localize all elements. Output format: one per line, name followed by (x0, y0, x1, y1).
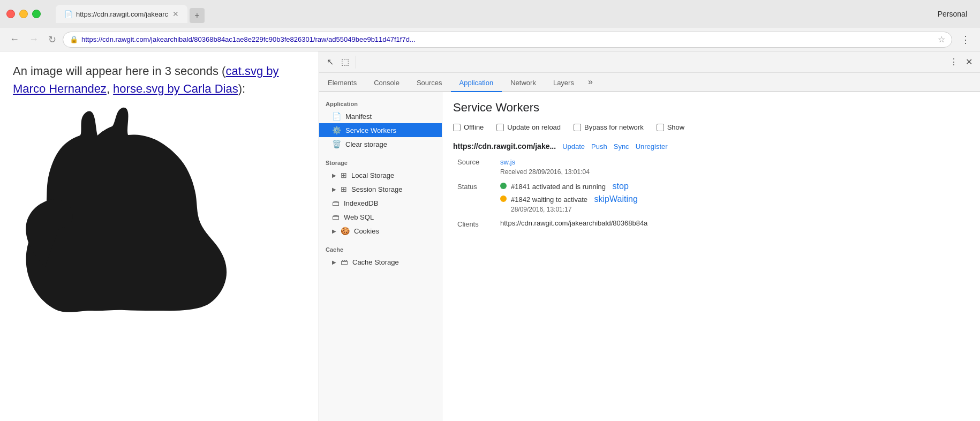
intro-span: An image will appear here in 3 seconds ( (13, 64, 225, 78)
toolbar-separator (356, 56, 356, 69)
sw-url-text: https://cdn.rawgit.com/jake... (453, 142, 556, 151)
new-tab-button[interactable]: + (190, 8, 205, 23)
manifest-icon: 📄 (332, 112, 341, 121)
secure-icon: 🔒 (70, 35, 78, 43)
service-workers-icon: ⚙️ (332, 126, 341, 134)
sidebar-item-web-sql[interactable]: 🗃 Web SQL (319, 210, 442, 224)
sw-update-link[interactable]: Update (562, 142, 585, 151)
status-label: Status (457, 182, 500, 191)
status-item-text-2: #1842 waiting to activate skipWaiting 28… (511, 194, 638, 214)
status-timestamp-1842: 28/09/2016, 13:01:17 (511, 206, 571, 213)
sidebar-item-cache-storage[interactable]: ▶ 🗃 Cache Storage (319, 255, 442, 269)
page-intro-text: An image will appear here in 3 seconds (… (13, 62, 306, 97)
offline-checkbox-label[interactable]: Offline (453, 123, 484, 131)
sw-source-row: Source sw.js Received 28/09/2016, 13:01:… (453, 157, 969, 176)
sidebar-item-manifest[interactable]: 📄 Manifest (319, 109, 442, 123)
nav-bar: ← → ↻ 🔒 https://cdn.rawgit.com/jakearchi… (0, 28, 980, 51)
arrow-icon-session: ▶ (332, 186, 336, 192)
minimize-button[interactable] (19, 10, 28, 18)
status-text-1842: #1842 waiting to activate (511, 196, 587, 204)
offline-checkbox[interactable] (453, 124, 461, 131)
sidebar-item-clear-storage[interactable]: 🗑️ Clear storage (319, 137, 442, 151)
title-bar: 📄 https://cdn.rawgit.com/jakearc ✕ + Per… (0, 0, 980, 28)
main-content: An image will appear here in 3 seconds (… (0, 51, 980, 421)
cat-image (13, 106, 306, 333)
tab-close-button[interactable]: ✕ (172, 10, 179, 18)
tab-layers[interactable]: Layers (545, 74, 583, 92)
tab-page-icon: 📄 (64, 10, 72, 18)
local-storage-icon: ⊞ (341, 171, 347, 179)
devtools-sidebar: Application 📄 Manifest ⚙️ Service Worker… (319, 92, 442, 421)
bookmark-button[interactable]: ☆ (938, 34, 945, 44)
status-item-text-1: #1841 activated and is running stop (511, 182, 629, 191)
devtools-more-button[interactable]: ⋮ (946, 55, 961, 69)
show-label: Show (667, 123, 685, 131)
sw-source-value: sw.js Received 28/09/2016, 13:01:04 (500, 157, 590, 176)
sidebar-item-local-storage[interactable]: ▶ ⊞ Local Storage (319, 168, 442, 182)
show-checkbox[interactable] (657, 124, 664, 131)
sidebar-item-service-workers[interactable]: ⚙️ Service Workers (319, 123, 442, 137)
sw-unregister-link[interactable]: Unregister (636, 142, 668, 151)
device-toggle-button[interactable]: ⬚ (338, 55, 352, 69)
stop-link[interactable]: stop (613, 182, 629, 191)
sidebar-label-cache-storage: Cache Storage (352, 258, 399, 266)
devtools-close-button[interactable]: ✕ (962, 55, 976, 69)
sw-sync-link[interactable]: Sync (614, 142, 629, 151)
traffic-lights (6, 10, 41, 18)
sw-received-text: Received 28/09/2016, 13:01:04 (500, 168, 590, 176)
sidebar-item-cookies[interactable]: ▶ 🍪 Cookies (319, 224, 442, 238)
profile-button[interactable]: Personal (938, 10, 967, 18)
service-worker-entry: https://cdn.rawgit.com/jake... Update Pu… (453, 142, 969, 228)
arrow-icon-local: ▶ (332, 172, 336, 178)
offline-label: Offline (464, 123, 484, 131)
forward-button[interactable]: → (26, 32, 42, 47)
sw-clients-row: Clients https://cdn.rawgit.com/jakearchi… (453, 219, 969, 228)
tabs-more-button[interactable]: » (583, 73, 598, 91)
show-checkbox-label[interactable]: Show (657, 123, 685, 131)
sidebar-label-clear-storage: Clear storage (345, 140, 387, 148)
sidebar-label-local-storage: Local Storage (351, 171, 394, 179)
tab-elements[interactable]: Elements (319, 74, 365, 92)
sidebar-item-session-storage[interactable]: ▶ ⊞ Session Storage (319, 182, 442, 196)
status-item-1842: #1842 waiting to activate skipWaiting 28… (500, 194, 638, 214)
sw-url-row: https://cdn.rawgit.com/jake... Update Pu… (453, 142, 969, 151)
update-on-reload-checkbox[interactable] (496, 124, 504, 131)
source-label: Source (457, 157, 500, 166)
page-content-area: An image will appear here in 3 seconds (… (0, 51, 319, 421)
skip-waiting-link[interactable]: skipWaiting (594, 194, 638, 204)
arrow-icon-cache: ▶ (332, 259, 336, 265)
sidebar-item-indexeddb[interactable]: 🗃 IndexedDB (319, 196, 442, 210)
tab-sources[interactable]: Sources (408, 74, 451, 92)
address-bar[interactable]: 🔒 https://cdn.rawgit.com/jakearchibald/8… (63, 32, 952, 48)
clients-label: Clients (457, 219, 500, 228)
section-title-cache: Cache (319, 242, 442, 255)
browser-menu-button[interactable]: ⋮ (958, 32, 974, 48)
devtools-tabs: Elements Console Sources Application Net… (319, 73, 980, 92)
sidebar-label-web-sql: Web SQL (344, 213, 374, 221)
maximize-button[interactable] (32, 10, 41, 18)
inspect-element-button[interactable]: ↖ (323, 55, 337, 69)
back-button[interactable]: ← (6, 32, 22, 47)
reload-button[interactable]: ↻ (45, 32, 59, 48)
active-tab[interactable]: 📄 https://cdn.rawgit.com/jakearc ✕ (56, 5, 187, 23)
status-text-1841: #1841 activated and is running (511, 183, 606, 191)
bypass-network-label: Bypass for network (584, 123, 644, 131)
tab-application[interactable]: Application (451, 74, 502, 92)
url-text: https://cdn.rawgit.com/jakearchibald/803… (81, 35, 932, 43)
checkboxes-row: Offline Update on reload Bypass for netw… (453, 123, 969, 131)
browser-window: 📄 https://cdn.rawgit.com/jakearc ✕ + Per… (0, 0, 980, 421)
sidebar-label-cookies: Cookies (354, 227, 379, 235)
web-sql-icon: 🗃 (332, 213, 340, 221)
section-title-storage: Storage (319, 155, 442, 168)
sw-push-link[interactable]: Push (591, 142, 607, 151)
horse-link[interactable]: horse.svg by Carla Dias (113, 82, 238, 95)
tab-console[interactable]: Console (365, 74, 408, 92)
status-item-1841: #1841 activated and is running stop (500, 182, 638, 191)
tab-network[interactable]: Network (502, 74, 545, 92)
update-on-reload-checkbox-label[interactable]: Update on reload (496, 123, 561, 131)
comma-span: , (107, 82, 113, 95)
sw-source-link[interactable]: sw.js (500, 158, 515, 166)
bypass-network-checkbox[interactable] (574, 124, 581, 131)
bypass-network-checkbox-label[interactable]: Bypass for network (574, 123, 644, 131)
close-button[interactable] (6, 10, 15, 18)
